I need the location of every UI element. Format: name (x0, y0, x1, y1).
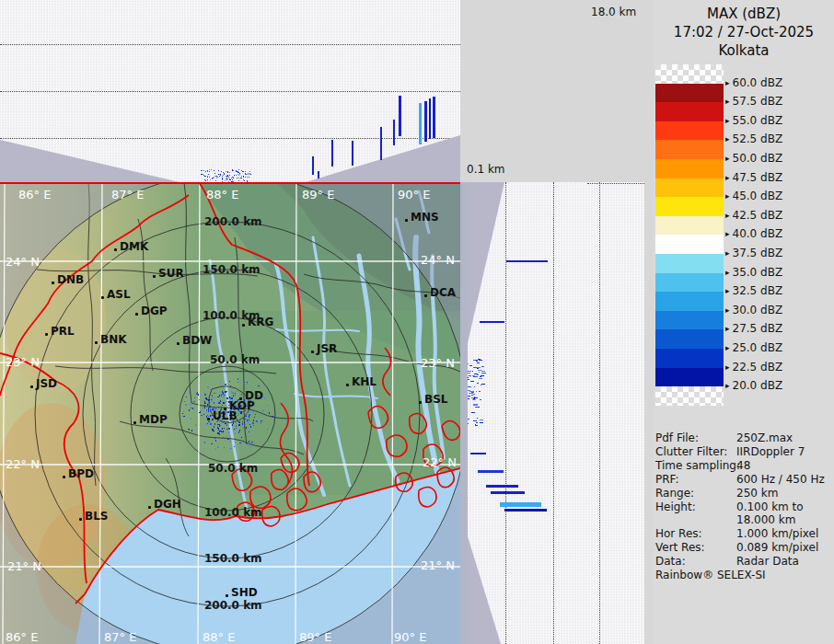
echo-pixel (245, 177, 246, 178)
city-code: DMK (120, 240, 148, 253)
echo-row-bar (486, 485, 518, 488)
colorbar-band (655, 311, 724, 330)
echo-pixel (247, 413, 248, 414)
echo-pixel (229, 381, 230, 382)
panel-top-gridline (587, 183, 644, 184)
echo-pixel (206, 399, 208, 400)
height-gridline (505, 182, 506, 644)
echo-pixel (191, 430, 192, 431)
graticule-label: 88° E (203, 630, 235, 644)
echo-pixel (226, 171, 226, 172)
echo-pixel (211, 427, 212, 428)
height-axis-max-label: 18.0 km (591, 6, 636, 18)
echo-pixel (238, 172, 239, 173)
echo-pixel (213, 397, 214, 398)
echo-pixel (261, 422, 261, 423)
echo-pixel (471, 392, 474, 393)
echo-pixel (237, 415, 238, 416)
city-dot (419, 401, 422, 404)
echo-pixel (233, 430, 235, 431)
echo-pixel (225, 440, 226, 441)
echo-pixel (203, 170, 204, 171)
echo-pixel (214, 393, 215, 394)
echo-pixel (209, 177, 210, 178)
tick-arrow-icon: ▸ (725, 134, 730, 144)
echo-pixel (481, 384, 485, 385)
echo-pixel (220, 382, 221, 383)
graticule-label: 21° N (7, 559, 41, 573)
colorbar-band (655, 368, 724, 387)
echo-pixel (261, 420, 262, 421)
echo-pixel (471, 395, 473, 396)
echo-pixel (206, 409, 207, 411)
echo-pixel (210, 406, 211, 407)
echo-pixel (217, 397, 219, 397)
echo-pixel (210, 415, 211, 417)
colorbar-tick-label: ▸37.5 dBZ (725, 247, 782, 259)
echo-pixel (205, 403, 206, 404)
city-dot (242, 324, 245, 327)
echo-pixel (214, 408, 214, 408)
echo-column-bar (399, 96, 401, 136)
echo-pixel (238, 421, 240, 423)
echo-pixel (476, 361, 478, 362)
echo-pixel (479, 391, 481, 392)
echo-pixel (481, 366, 484, 367)
city-dot (63, 476, 65, 478)
echo-pixel (476, 422, 478, 423)
echo-pixel (238, 413, 239, 414)
radar-map[interactable]: 86° E87° E88° E89° E90° E86° E87° E88° E… (0, 182, 460, 644)
city-code: ULB (213, 409, 237, 422)
colorbar-band (655, 273, 724, 293)
echo-pixel (185, 404, 187, 406)
graticule-label: 22° N (6, 457, 40, 471)
echo-pixel (239, 443, 241, 443)
echo-pixel (473, 360, 478, 361)
echo-pixel (242, 421, 243, 422)
echo-column-bar (424, 101, 427, 142)
colorbar-tick-label: ▸22.5 dBZ (725, 361, 782, 374)
echo-pixel (245, 416, 247, 417)
echo-column-bar (312, 156, 314, 175)
colorbar-band (655, 292, 724, 311)
echo-pixel (211, 443, 213, 444)
tick-arrow-icon: ▸ (725, 305, 730, 315)
echo-pixel (210, 423, 212, 425)
colorbar-band (655, 235, 724, 254)
colorbar-tick-label: ▸27.5 dBZ (725, 322, 782, 335)
colorbar-tick-label: ▸50.0 dBZ (725, 152, 782, 165)
echo-pixel (241, 394, 242, 395)
echo-pixel (222, 405, 223, 406)
city-dot (405, 219, 408, 222)
echo-pixel (188, 429, 190, 430)
city-code: BNK (100, 333, 127, 346)
colorbar-tick-label: ▸25.0 dBZ (725, 341, 782, 354)
echo-pixel (199, 412, 201, 413)
echo-pixel (238, 175, 239, 176)
echo-pixel (223, 402, 224, 404)
echo-pixel (226, 401, 227, 402)
echo-pixel (214, 426, 214, 428)
echo-pixel (477, 383, 479, 384)
ew-cross-section-panel[interactable] (0, 0, 460, 182)
echo-pixel (208, 421, 210, 422)
product-title: MAX (dBZ) (654, 6, 834, 22)
echo-pixel (236, 422, 237, 424)
echo-pixel (217, 424, 219, 425)
echo-pixel (211, 399, 212, 400)
echo-pixel (237, 171, 238, 172)
ns-cross-section-panel[interactable] (468, 182, 644, 644)
echo-pixel (199, 399, 200, 400)
city-dot (424, 294, 427, 297)
colorbar-band (655, 159, 724, 178)
graticule-label: 24° N (421, 253, 455, 267)
city-code: JSD (36, 377, 57, 390)
echo-pixel (191, 418, 191, 420)
range-ring-label: 200.0 km (204, 215, 262, 228)
city-dot (135, 313, 138, 316)
echo-pixel (238, 431, 239, 433)
echo-pixel (243, 176, 244, 177)
echo-pixel (222, 391, 223, 392)
echo-pixel (249, 171, 250, 172)
echo-pixel (267, 429, 268, 430)
